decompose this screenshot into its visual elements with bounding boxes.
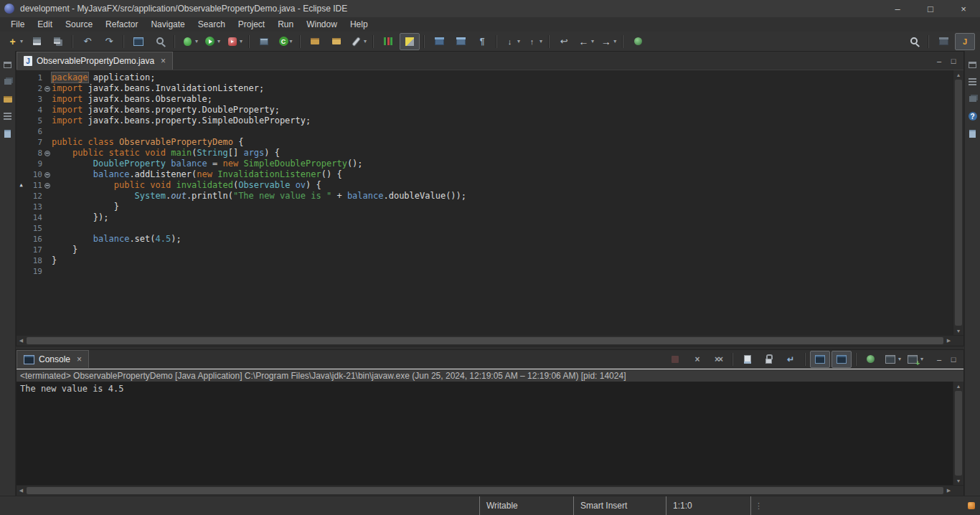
package-explorer-button[interactable] (1, 91, 15, 107)
code-token (52, 148, 72, 158)
maximize-console-button[interactable]: □ (946, 352, 961, 367)
help-button[interactable]: ? (966, 108, 980, 124)
terminal-button[interactable] (128, 33, 149, 50)
tab-observablepropertydemo-java[interactable]: J ObservablePropertyDemo.java × (17, 52, 173, 70)
open-perspective-button[interactable] (933, 33, 953, 50)
fold-marker-icon[interactable] (44, 183, 50, 189)
outline-button[interactable] (966, 126, 980, 141)
maximize-editor-button[interactable]: □ (946, 54, 961, 68)
remove-all-launches-button[interactable]: ×× (708, 351, 728, 368)
debug-button[interactable]: ▾ (179, 33, 200, 50)
undo-button[interactable]: ↶ (77, 33, 98, 50)
console-horizontal-scrollbar[interactable]: ◀ ▶ (17, 485, 963, 496)
menu-item-source[interactable]: Source (59, 19, 99, 29)
toggle-breadcrumb-button[interactable] (429, 33, 449, 50)
line-marker-column (17, 266, 26, 277)
previous-annotation-button[interactable]: ↑▾ (524, 33, 545, 50)
outline-left-button[interactable] (1, 126, 15, 141)
minimize-editor-button[interactable]: – (932, 54, 946, 68)
menu-item-search[interactable]: Search (192, 19, 232, 29)
menu-item-project[interactable]: Project (232, 19, 271, 29)
xgray-icon: × (690, 354, 702, 365)
editor-hscroll-thumb[interactable] (27, 337, 943, 344)
console-vscroll-thumb[interactable] (955, 391, 962, 476)
raillist-icon (969, 78, 976, 85)
display-selected-console-button[interactable]: ▾ (882, 351, 903, 368)
console-body[interactable]: The new value is 4.5 ▲ ▼ (17, 382, 963, 485)
next-annotation-button[interactable]: ↓▾ (501, 33, 522, 50)
open-task-button[interactable] (326, 33, 347, 50)
console-scroll-right-icon[interactable]: ▶ (944, 486, 953, 496)
menu-item-file[interactable]: File (4, 19, 31, 29)
scroll-lock-button[interactable] (759, 351, 779, 368)
editor-horizontal-scrollbar[interactable]: ◀ ▶ (17, 335, 963, 346)
fold-marker-icon[interactable] (44, 151, 50, 156)
minimize-console-button[interactable]: – (932, 352, 946, 367)
forward-button[interactable]: →▾ (598, 33, 618, 50)
minimized-views-button[interactable] (1, 74, 15, 90)
block-selection-button[interactable] (451, 33, 471, 50)
show-whitespace-button[interactable]: ¶ (472, 33, 492, 50)
new-icon: + (6, 36, 19, 47)
fold-marker-icon[interactable] (44, 172, 50, 178)
restore-right-views-button[interactable] (966, 57, 980, 72)
back-button[interactable]: ←▾ (575, 33, 596, 50)
editor-scroll-up-icon[interactable]: ▲ (953, 70, 963, 79)
menu-item-navigate[interactable]: Navigate (144, 19, 191, 29)
annotation-brush-button[interactable]: ▾ (348, 33, 369, 50)
console-scroll-up-icon[interactable]: ▲ (953, 382, 963, 390)
console-scroll-down-icon[interactable]: ▼ (953, 476, 963, 485)
editor-vscroll-thumb[interactable] (955, 80, 962, 326)
run-button[interactable]: ▾ (202, 33, 222, 50)
window-close-button[interactable]: × (947, 0, 980, 17)
editor-scroll-down-icon[interactable]: ▼ (953, 326, 963, 335)
editor-tab-close-icon[interactable]: × (161, 56, 166, 66)
menu-item-run[interactable]: Run (271, 19, 300, 29)
save-button[interactable] (27, 33, 47, 50)
editor-vertical-scrollbar[interactable]: ▲ ▼ (953, 70, 963, 335)
console-scroll-left-icon[interactable]: ◀ (17, 486, 26, 496)
word-wrap-button[interactable]: ↵ (781, 351, 801, 368)
task-list-button[interactable] (966, 74, 980, 90)
navigator-button[interactable] (1, 108, 15, 124)
statusbar-grip[interactable]: ⋮ (750, 496, 763, 515)
show-stderr-button[interactable] (831, 351, 852, 368)
fold-marker-icon[interactable] (44, 86, 50, 92)
restore-left-views-button[interactable] (1, 57, 15, 72)
menu-item-edit[interactable]: Edit (31, 19, 59, 29)
remove-launch-button[interactable]: × (687, 351, 707, 368)
tab-console[interactable]: Console × (17, 350, 89, 368)
new-wizard-button[interactable]: +▾ (4, 33, 25, 50)
open-type-button[interactable] (305, 33, 325, 50)
pin-console-button[interactable] (861, 351, 881, 368)
console-hscroll-thumb[interactable] (27, 487, 943, 494)
new-java-project-button[interactable] (254, 33, 274, 50)
mark-occurrences-button[interactable] (400, 33, 420, 50)
editor-scroll-right-icon[interactable]: ▶ (944, 336, 953, 346)
search-button[interactable] (904, 33, 924, 50)
menu-item-refactor[interactable]: Refactor (99, 19, 144, 29)
menu-item-help[interactable]: Help (344, 19, 374, 29)
menu-item-window[interactable]: Window (300, 19, 344, 29)
console-tab-close-icon[interactable]: × (77, 354, 82, 364)
window-maximize-button[interactable]: □ (914, 0, 947, 17)
search-dialog-button[interactable] (150, 33, 170, 50)
new-java-class-button[interactable]: C▾ (275, 33, 296, 50)
external-tools-button[interactable]: ▾ (224, 33, 245, 50)
pin-editor-button[interactable] (628, 33, 648, 50)
editor-body[interactable]: 1package application;2import javafx.bean… (17, 70, 963, 335)
console-vertical-scrollbar[interactable]: ▲ ▼ (953, 382, 963, 485)
snippets-button[interactable] (966, 91, 980, 107)
clear-console-button[interactable] (738, 351, 758, 368)
editor-scroll-left-icon[interactable]: ◀ (17, 336, 26, 346)
last-edit-location-button[interactable]: ↩ (554, 33, 574, 50)
java-perspective-button[interactable]: J (955, 33, 975, 50)
notification-icon[interactable] (968, 502, 975, 509)
open-console-button[interactable]: ▾ (905, 351, 925, 368)
show-stdout-button[interactable] (810, 351, 830, 368)
save-all-button[interactable] (48, 33, 68, 50)
coverage-button[interactable] (378, 33, 398, 50)
redo-button[interactable]: ↷ (99, 33, 119, 50)
terminate-button[interactable] (665, 351, 685, 368)
window-minimize-button[interactable]: – (881, 0, 914, 17)
